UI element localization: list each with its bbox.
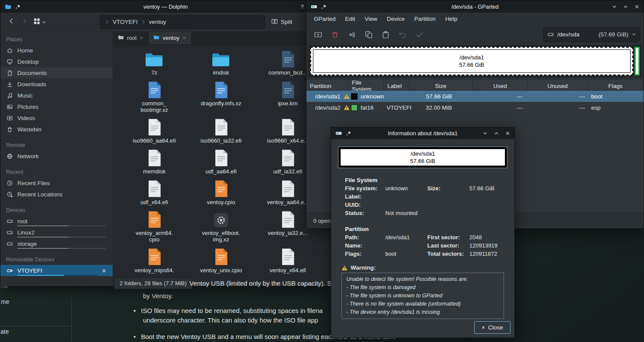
sidebar-item-linux2[interactable]: Linux2 bbox=[0, 227, 113, 238]
maximize-button[interactable] bbox=[623, 4, 628, 9]
sidebar-item-wastebin[interactable]: Wastebin bbox=[0, 124, 113, 135]
pin-icon[interactable] bbox=[321, 4, 327, 10]
tab-ventoy[interactable]: ventoy bbox=[149, 32, 191, 44]
sidebar-item-downloads[interactable]: Downloads bbox=[0, 78, 113, 90]
sidebar-item-root[interactable]: root bbox=[0, 215, 113, 227]
pin-icon[interactable] bbox=[346, 130, 351, 136]
back-icon bbox=[8, 17, 15, 26]
file-item[interactable]: ventoy.cpio bbox=[189, 179, 254, 205]
dolphin-toolbar: VTOYEFI ventoy Split bbox=[0, 13, 331, 32]
music-icon bbox=[6, 92, 13, 99]
field-label: Path: bbox=[345, 233, 385, 241]
sidebar-item-label: Pictures bbox=[17, 104, 39, 110]
sidebar-item-documents[interactable]: Documents bbox=[0, 67, 113, 78]
file-item[interactable]: udf_x64.efi bbox=[122, 179, 187, 205]
file-item[interactable]: iso9660_ia32.efi bbox=[189, 117, 254, 144]
forward-button[interactable] bbox=[18, 15, 31, 29]
file-item[interactable]: iso9660_aa64.efi bbox=[122, 117, 187, 144]
file-item[interactable]: ventoy_efiboot. img.xz bbox=[189, 209, 254, 243]
file-item[interactable]: common_ bootmgr.xz bbox=[122, 80, 187, 113]
delete-partition-button[interactable] bbox=[327, 27, 343, 42]
dialog-titlebar[interactable]: Information about /dev/sda1 bbox=[331, 127, 514, 139]
tab-root[interactable]: root bbox=[113, 32, 149, 44]
filesystem-cell: fat16 bbox=[348, 102, 384, 113]
sidebar-item-label: Home bbox=[17, 47, 33, 54]
gparted-app-icon bbox=[311, 3, 317, 10]
file-item[interactable]: udf_aa64.efi bbox=[189, 148, 254, 175]
close-button[interactable] bbox=[634, 4, 639, 9]
menu-view[interactable]: View bbox=[360, 14, 382, 24]
close-button[interactable]: × Close bbox=[474, 321, 511, 334]
chevron-down-icon bbox=[632, 33, 636, 36]
tab-label: ventoy bbox=[163, 35, 179, 41]
paste-button[interactable] bbox=[377, 27, 394, 42]
resize-move-button[interactable] bbox=[344, 27, 360, 42]
minimize-button[interactable] bbox=[483, 131, 488, 136]
capacity-bar bbox=[17, 237, 106, 238]
back-button[interactable] bbox=[5, 15, 18, 29]
gparted-toolbar-buttons-wrap bbox=[310, 27, 427, 42]
size-cell: 32.00 MiB bbox=[409, 102, 473, 113]
split-button[interactable]: Split bbox=[271, 18, 292, 26]
file-item[interactable]: 7z bbox=[122, 49, 187, 76]
close-icon[interactable] bbox=[140, 36, 143, 40]
close-icon[interactable] bbox=[182, 36, 186, 40]
file-item[interactable]: ventoy_arm64. cpio bbox=[122, 209, 187, 243]
sidebar-item-label: Desktop bbox=[17, 59, 39, 65]
partition-row[interactable]: /dev/sda1unknown57.66 GiB------boot bbox=[306, 91, 644, 102]
copy-button[interactable] bbox=[361, 27, 377, 42]
pin-icon[interactable] bbox=[15, 4, 21, 10]
minimize-button[interactable] bbox=[612, 4, 617, 9]
sidebar-item-label: root bbox=[17, 218, 27, 225]
breadcrumb[interactable]: VTOYEFI ventoy bbox=[100, 15, 265, 29]
partition-visual-sda2[interactable] bbox=[634, 47, 640, 75]
file-item[interactable]: memdisk bbox=[122, 148, 187, 175]
undo-button[interactable] bbox=[394, 27, 410, 42]
file-item[interactable]: ventoy_unix.cpio bbox=[189, 247, 254, 274]
breadcrumb-item[interactable]: ventoy bbox=[149, 19, 166, 25]
file-item[interactable]: ventoy_x64.efi bbox=[255, 247, 320, 274]
file-item[interactable]: dragonfly.mfs.xz bbox=[189, 80, 254, 113]
menu-partition[interactable]: Partition bbox=[410, 14, 441, 24]
help-button[interactable]: ? bbox=[301, 3, 304, 10]
breadcrumb-item[interactable]: VTOYEFI bbox=[113, 19, 138, 25]
partition-row[interactable]: /dev/sda2fat16VTOYEFI32.00 MiB------esp bbox=[306, 102, 644, 113]
partition-visual-sda1[interactable]: /dev/sda1 57.66 GiB bbox=[310, 47, 633, 75]
field-label: Flags: bbox=[345, 250, 385, 258]
close-button[interactable] bbox=[505, 131, 510, 136]
field-label: Last sector: bbox=[427, 241, 469, 250]
sidebar-item-videos[interactable]: Videos bbox=[0, 112, 113, 124]
label-cell: VTOYEFI bbox=[384, 102, 409, 113]
menu-edit[interactable]: Edit bbox=[340, 14, 360, 24]
maximize-button[interactable] bbox=[494, 131, 499, 136]
device-selector[interactable]: /dev/sda (57.69 GiB) bbox=[543, 27, 640, 42]
apply-button[interactable] bbox=[411, 27, 427, 42]
desktop-document-line: by Ventoy. bbox=[143, 292, 173, 300]
view-mode-button[interactable] bbox=[31, 15, 49, 29]
file-item[interactable]: imdisk bbox=[189, 49, 254, 76]
info-dialog: Information about /dev/sda1 /dev/sda1 57… bbox=[331, 127, 515, 338]
sidebar-item-recent-files[interactable]: Recent Files bbox=[0, 177, 113, 189]
document-text: Ventoy USB (limited only by the USB capa… bbox=[189, 280, 341, 287]
sidebar-item-pictures[interactable]: Pictures bbox=[0, 101, 113, 112]
flags-cell: boot bbox=[588, 91, 644, 102]
sidebar-item-vtoyefi[interactable]: VTOYEFI bbox=[0, 265, 113, 276]
gparted-titlebar[interactable]: /dev/sda - GParted bbox=[306, 0, 644, 13]
sidebar-item-home[interactable]: Home bbox=[0, 45, 113, 56]
menu-help[interactable]: Help bbox=[440, 14, 462, 24]
sidebar-item-network[interactable]: Network bbox=[0, 150, 113, 162]
sidebar-item-storage[interactable]: storage bbox=[0, 238, 113, 249]
file-item[interactable]: ventoy_mips64. bbox=[122, 247, 187, 274]
dolphin-titlebar[interactable]: ventoy — Dolphin ? bbox=[0, 0, 331, 13]
sidebar-item-desktop[interactable]: Desktop bbox=[0, 56, 113, 67]
sidebar-item-music[interactable]: Music bbox=[0, 90, 113, 101]
sidebar-item-recent-locations[interactable]: Recent Locations bbox=[0, 189, 113, 200]
sidebar-section-header: Remote bbox=[0, 140, 113, 150]
menu-device[interactable]: Device bbox=[382, 14, 410, 24]
eject-icon[interactable] bbox=[101, 267, 107, 274]
file-label: common_ bootmgr.xz bbox=[130, 100, 179, 113]
menu-gparted[interactable]: GParted bbox=[309, 14, 340, 24]
field-label: Size: bbox=[427, 184, 469, 192]
dialog-footer: × Close bbox=[331, 321, 514, 338]
new-partition-button[interactable] bbox=[310, 27, 326, 42]
